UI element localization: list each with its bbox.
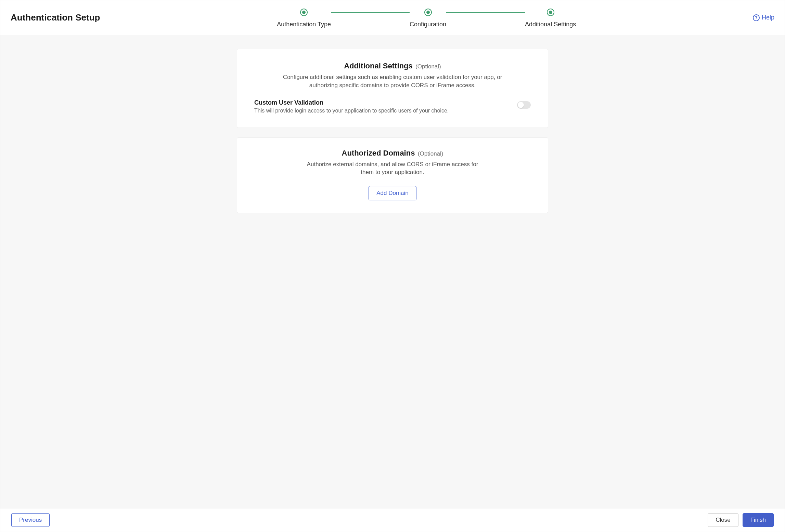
step-label: Additional Settings [525, 21, 576, 28]
add-domain-wrap: Add Domain [254, 186, 531, 200]
card-title: Authorized Domains [342, 149, 415, 157]
card-header: Authorized Domains (Optional) Authorize … [254, 149, 531, 177]
card-description: Authorize external domains, and allow CO… [304, 160, 481, 177]
help-label: Help [762, 14, 774, 21]
finish-button[interactable]: Finish [743, 513, 774, 527]
step-connector [446, 12, 525, 13]
additional-settings-card: Additional Settings (Optional) Configure… [237, 49, 548, 128]
previous-button[interactable]: Previous [11, 513, 50, 527]
card-description: Configure additional settings such as en… [269, 73, 516, 90]
wizard-container: Authentication Setup Authentication Type… [0, 0, 785, 532]
card-title-wrap: Additional Settings (Optional) [254, 62, 531, 70]
step-label: Authentication Type [277, 21, 331, 28]
card-header: Additional Settings (Optional) Configure… [254, 62, 531, 90]
card-title-wrap: Authorized Domains (Optional) [254, 149, 531, 158]
wizard-body: Additional Settings (Optional) Configure… [0, 35, 785, 508]
help-link[interactable]: ? Help [753, 14, 774, 21]
authorized-domains-card: Authorized Domains (Optional) Authorize … [237, 137, 548, 213]
custom-validation-toggle[interactable] [517, 101, 531, 109]
step-authentication-type[interactable]: Authentication Type [277, 9, 331, 28]
custom-validation-description: This will provide login access to your a… [254, 108, 449, 114]
custom-validation-title: Custom User Validation [254, 99, 449, 106]
step-circle-icon [547, 9, 554, 16]
row-text: Custom User Validation This will provide… [254, 99, 449, 114]
wizard-header: Authentication Setup Authentication Type… [0, 0, 785, 35]
card-optional-label: (Optional) [415, 63, 441, 70]
card-title: Additional Settings [344, 62, 412, 70]
custom-user-validation-row: Custom User Validation This will provide… [254, 99, 531, 114]
add-domain-button[interactable]: Add Domain [369, 186, 416, 200]
step-circle-icon [424, 9, 432, 16]
step-label: Configuration [410, 21, 446, 28]
card-optional-label: (Optional) [418, 150, 443, 157]
wizard-footer: Previous Close Finish [0, 508, 785, 532]
step-circle-icon [300, 9, 308, 16]
step-configuration[interactable]: Configuration [410, 9, 446, 28]
close-button[interactable]: Close [708, 513, 738, 527]
footer-right: Close Finish [708, 513, 774, 527]
step-connector [331, 12, 410, 13]
stepper-inner: Authentication Type Configuration Additi… [277, 9, 576, 28]
help-icon: ? [753, 14, 760, 21]
wizard-stepper: Authentication Type Configuration Additi… [110, 9, 743, 28]
step-additional-settings[interactable]: Additional Settings [525, 9, 576, 28]
page-title: Authentication Setup [11, 12, 100, 23]
